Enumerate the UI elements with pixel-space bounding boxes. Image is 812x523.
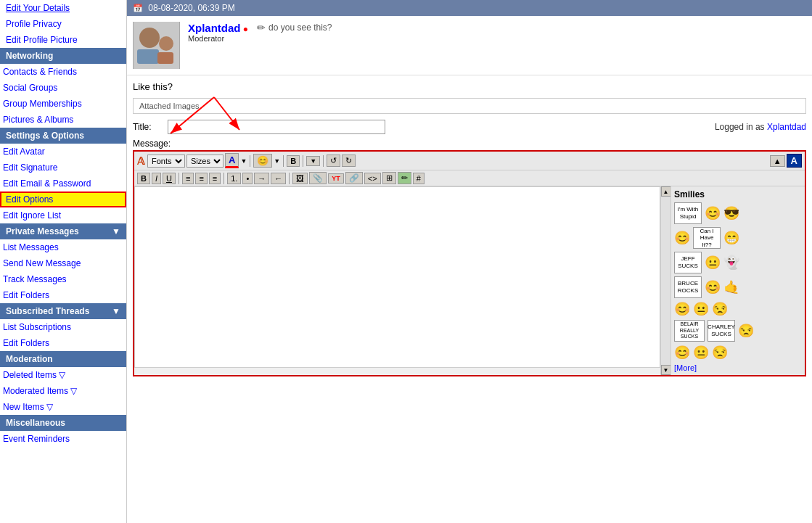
insert-image-button[interactable]: 🖼 xyxy=(292,173,308,184)
align-center-button[interactable]: ≡ xyxy=(195,173,207,184)
smilies-row-5: 😊 😐 😒 xyxy=(674,301,802,317)
bold-button[interactable]: B xyxy=(287,155,300,167)
smilie-label-2: Can I Have It?? xyxy=(693,227,721,249)
ordered-list-button[interactable]: 1. xyxy=(227,173,241,184)
sidebar-link-list-messages[interactable]: List Messages xyxy=(0,239,126,255)
scroll-up-btn[interactable]: ▲ xyxy=(770,155,785,167)
message-textarea[interactable] xyxy=(134,186,660,368)
attached-images-box: Attached Images xyxy=(133,98,806,114)
sidebar-link-send-new-message[interactable]: Send New Message xyxy=(0,255,126,271)
smiley-8[interactable]: 🤙 xyxy=(723,279,739,295)
sidebar-link-new-items[interactable]: New Items ▽ xyxy=(0,399,126,415)
avatar xyxy=(133,22,180,69)
size-select[interactable]: Sizes xyxy=(186,155,223,168)
sidebar-link-edit-signature[interactable]: Edit Signature xyxy=(0,160,126,176)
big-a-button[interactable]: A xyxy=(787,154,802,168)
code-button[interactable]: <> xyxy=(364,173,381,184)
youtube-button[interactable]: YT xyxy=(328,173,344,184)
smiley-4[interactable]: 😁 xyxy=(723,230,739,246)
outdent-button[interactable]: ← xyxy=(271,173,286,184)
undo-button[interactable]: ↺ xyxy=(327,155,340,167)
post-action-text: ✏ do you see this? xyxy=(257,22,806,33)
smiley-13[interactable]: 😊 xyxy=(674,345,690,361)
sidebar-link-edit-your-details[interactable]: Edit Your Details xyxy=(0,0,126,16)
smilies-panel: Smilies I'm With Stupid 😊 😎 😊 Can I Have… xyxy=(670,186,805,375)
unordered-list-button[interactable]: • xyxy=(242,173,253,184)
smiley-3[interactable]: 😊 xyxy=(674,230,690,246)
sidebar-link-social-groups[interactable]: Social Groups xyxy=(0,80,126,96)
table-button[interactable]: ⊞ xyxy=(382,172,396,184)
calendar-icon: 📅 xyxy=(133,4,143,12)
toolbar-separator-4 xyxy=(323,155,324,167)
title-row: Title: Logged in as Xplantdad xyxy=(133,120,806,134)
sidebar-link-edit-folders-pm[interactable]: Edit Folders xyxy=(0,287,126,303)
smiley-5[interactable]: 😐 xyxy=(705,255,721,271)
sidebar-section-private-messages: Private Messages ▼ xyxy=(0,223,126,239)
sidebar-section-networking: Networking xyxy=(0,48,126,64)
scroll-down-button[interactable]: ▼ xyxy=(661,365,671,375)
title-input[interactable] xyxy=(168,120,385,134)
sidebar-link-profile-privacy[interactable]: Profile Privacy xyxy=(0,16,126,32)
sidebar-link-group-memberships[interactable]: Group Memberships xyxy=(0,96,126,112)
sidebar-link-edit-ignore-list[interactable]: Edit Ignore List xyxy=(0,207,126,223)
bold-button-2[interactable]: B xyxy=(137,173,150,184)
sidebar-link-edit-folders-st[interactable]: Edit Folders xyxy=(0,335,126,351)
insert-media-button[interactable]: 📎 xyxy=(309,172,327,184)
smiley-button[interactable]: 😊 xyxy=(253,154,272,168)
sidebar: Edit Your Details Profile Privacy Edit P… xyxy=(0,0,127,523)
deleted-items-arrow-icon: ▽ xyxy=(59,370,65,380)
svg-rect-4 xyxy=(157,52,173,64)
post-content: ✏ do you see this? xyxy=(251,16,812,75)
align-left-button[interactable]: ≡ xyxy=(182,173,194,184)
dropdown-button[interactable]: ▼ xyxy=(306,156,320,166)
smilies-title: Smilies xyxy=(674,189,802,199)
sidebar-link-event-reminders[interactable]: Event Reminders xyxy=(0,431,126,447)
insert-link-button[interactable]: 🔗 xyxy=(345,172,363,184)
font-color-button[interactable]: A xyxy=(225,153,239,168)
eraser-button[interactable]: ✏ xyxy=(398,172,411,184)
scroll-up-button[interactable]: ▲ xyxy=(661,186,671,197)
logged-in-user-link[interactable]: Xplantdad xyxy=(767,122,806,132)
smilie-label-6: CHARLEY SUCKS xyxy=(708,320,735,342)
smiley-12[interactable]: 😒 xyxy=(738,323,754,339)
smiley-15[interactable]: 😒 xyxy=(712,345,728,361)
smiley-10[interactable]: 😐 xyxy=(693,301,709,317)
indent-button[interactable]: → xyxy=(254,173,269,184)
font-select[interactable]: Fonts xyxy=(147,155,185,168)
smilies-row-1: I'm With Stupid 😊 😎 xyxy=(674,202,802,224)
smiley-11[interactable]: 😒 xyxy=(712,301,728,317)
sidebar-link-deleted-items[interactable]: Deleted Items ▽ xyxy=(0,367,126,383)
sidebar-link-edit-profile-picture[interactable]: Edit Profile Picture xyxy=(0,32,126,48)
editor-body: ▲ ▼ Smilies I'm With Stupid 😊 😎 xyxy=(134,186,805,375)
align-right-button[interactable]: ≡ xyxy=(209,173,221,184)
underline-button[interactable]: U xyxy=(163,173,176,184)
more-smilies-link[interactable]: [More] xyxy=(674,363,802,372)
smiley-6[interactable]: 👻 xyxy=(723,255,739,271)
sidebar-link-track-messages[interactable]: Track Messages xyxy=(0,271,126,287)
sidebar-link-edit-email-password[interactable]: Edit Email & Password xyxy=(0,176,126,192)
private-messages-arrow-icon: ▼ xyxy=(112,226,120,236)
hash-button[interactable]: # xyxy=(413,173,425,184)
smiley-1[interactable]: 😊 xyxy=(705,205,721,221)
smiley-9[interactable]: 😊 xyxy=(674,301,690,317)
online-indicator: ● xyxy=(243,24,248,34)
sidebar-link-moderated-items[interactable]: Moderated Items ▽ xyxy=(0,383,126,399)
post-username-link[interactable]: Xplantdad xyxy=(188,22,241,34)
sidebar-link-contacts-friends[interactable]: Contacts & Friends xyxy=(0,64,126,80)
sidebar-link-pictures-albums[interactable]: Pictures & Albums xyxy=(0,112,126,128)
italic-button[interactable]: I xyxy=(152,173,161,184)
sidebar-link-edit-options[interactable]: Edit Options xyxy=(0,192,126,207)
smilie-label-5: BELAIR REALLY SUCKS xyxy=(674,320,705,342)
smilies-row-3: JEFF SUCKS 😐 👻 xyxy=(674,252,802,273)
sidebar-link-list-subscriptions[interactable]: List Subscriptions xyxy=(0,319,126,335)
pencil-icon: ✏ xyxy=(257,22,266,33)
subscribed-threads-arrow-icon: ▼ xyxy=(112,306,120,316)
sidebar-link-edit-avatar[interactable]: Edit Avatar xyxy=(0,144,126,160)
smiley-2[interactable]: 😎 xyxy=(723,205,739,221)
smiley-7[interactable]: 😊 xyxy=(705,279,721,295)
smiley-14[interactable]: 😐 xyxy=(693,345,709,361)
message-header-bar: 📅 08-08-2020, 06:39 PM xyxy=(127,0,812,16)
sidebar-section-subscribed-threads: Subscribed Threads ▼ xyxy=(0,303,126,319)
post-user-info: Xplantdad ● Moderator xyxy=(185,16,251,75)
redo-button[interactable]: ↻ xyxy=(342,155,356,167)
